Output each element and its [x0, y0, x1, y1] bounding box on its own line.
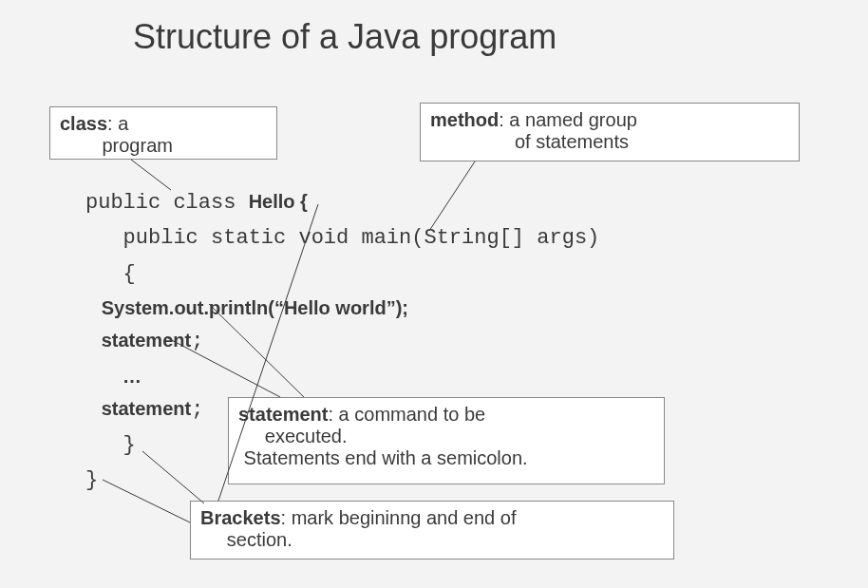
code-line-5: statement; — [85, 324, 599, 359]
code-block: public class Hello { public static void … — [85, 185, 599, 499]
slide-title: Structure of a Java program — [133, 17, 557, 57]
code-line-1: public class Hello { — [85, 185, 599, 220]
code-line-7: statement; — [85, 392, 599, 427]
code-line-6: … — [85, 360, 599, 392]
callout-brackets: Brackets: mark begininng and end of sect… — [190, 501, 674, 560]
code-line-4: System.out.println(“Hello world”); — [85, 292, 599, 324]
code-line-9: } — [85, 463, 599, 498]
callout-class: class: a program — [49, 106, 277, 160]
callout-method: method: a named group of statements — [420, 103, 800, 161]
callout-method-label: method — [430, 109, 499, 130]
code-line-2: public static void main(String[] args) — [85, 220, 599, 256]
code-line-3: { — [85, 256, 599, 292]
callout-class-label: class — [60, 113, 107, 134]
code-line-8: } — [85, 427, 599, 463]
callout-brackets-label: Brackets — [200, 507, 281, 528]
